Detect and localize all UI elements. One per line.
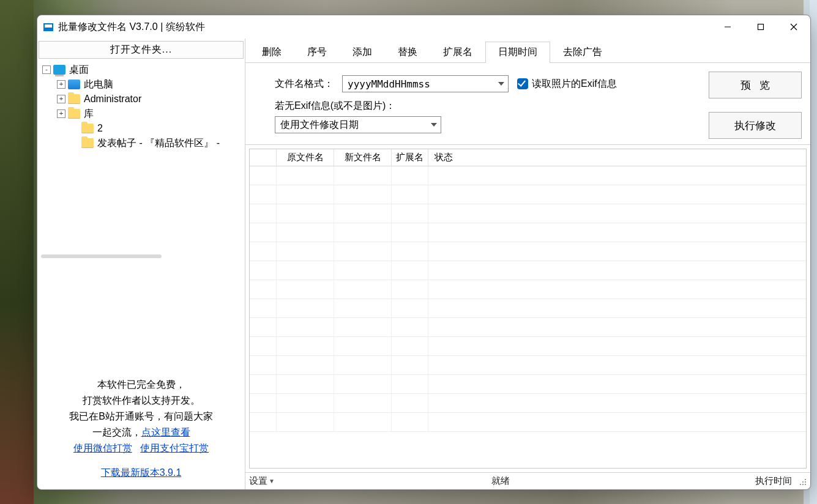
fallback-value: 使用文件修改日期 — [280, 119, 359, 132]
grid-col-original[interactable]: 原文件名 — [277, 149, 334, 166]
link-wechat-tip[interactable]: 使用微信打赏 — [73, 443, 132, 453]
link-alipay-tip[interactable]: 使用支付宝打赏 — [140, 443, 209, 453]
tree-expander[interactable]: + — [57, 109, 65, 118]
app-icon — [43, 23, 53, 31]
tree-expander[interactable]: - — [42, 65, 51, 74]
folder-tree[interactable]: - 桌面 + 此电脑 + Administrator + 库 — [37, 59, 245, 254]
table-row[interactable] — [250, 242, 806, 261]
tree-item-post[interactable]: 发表帖子 - 『精品软件区』 - — [40, 136, 242, 150]
app-window: 批量修改文件名 V3.7.0 | 缤纷软件 打开文件夹... - 桌面 — [37, 15, 811, 490]
table-row[interactable] — [250, 337, 806, 356]
tree-expander[interactable]: + — [57, 80, 65, 89]
promo-line: 本软件已完全免费， — [41, 377, 241, 393]
tree-expander — [70, 124, 79, 133]
chevron-down-icon — [498, 82, 504, 86]
svg-rect-1 — [758, 24, 764, 30]
table-row[interactable] — [250, 394, 806, 413]
execute-button[interactable]: 执行修改 — [709, 112, 802, 139]
tab-replace[interactable]: 替换 — [385, 42, 430, 63]
window-title: 批量修改文件名 V3.7.0 | 缤纷软件 — [58, 21, 711, 34]
link-download-latest[interactable]: 下载最新版本3.9.1 — [101, 467, 182, 478]
table-row[interactable] — [250, 261, 806, 280]
chevron-down-icon — [431, 123, 437, 127]
tree-label: Administrator — [84, 92, 141, 106]
close-button[interactable] — [777, 15, 810, 39]
format-value: yyyyMMddHHmmss — [348, 78, 430, 90]
folder-icon — [68, 94, 80, 104]
tree-expander — [70, 139, 79, 147]
tab-datetime[interactable]: 日期时间 — [485, 42, 550, 63]
checkbox-checked-icon — [517, 78, 528, 89]
chevron-down-icon: ▼ — [269, 478, 275, 484]
table-row[interactable] — [250, 204, 806, 223]
grid-col-status[interactable]: 状态 — [428, 149, 806, 166]
preview-button[interactable]: 预览 — [709, 72, 802, 98]
tree-label: 发表帖子 - 『精品软件区』 - — [97, 136, 220, 150]
statusbar: 设置 ▼ 就绪 执行时间 — [245, 472, 810, 489]
datetime-options: 文件名格式： yyyyMMddHHmmss 读取照片的Exif信息 若无Exif… — [245, 63, 700, 145]
exif-label: 读取照片的Exif信息 — [532, 78, 617, 91]
maximize-button[interactable] — [744, 15, 777, 39]
table-row[interactable] — [250, 185, 806, 204]
tree-item-libraries[interactable]: + 库 — [40, 106, 242, 121]
promo-line: 一起交流，点这里查看 — [41, 424, 241, 440]
format-label: 文件名格式： — [275, 78, 334, 91]
table-row[interactable] — [250, 166, 806, 185]
status-text: 就绪 — [275, 475, 727, 487]
table-row[interactable] — [250, 375, 806, 394]
promo-text: 本软件已完全免费， 打赏软件作者以支持开发。 我已在B站开通账号，有问题大家 一… — [37, 372, 245, 489]
grid-col-index[interactable] — [250, 149, 277, 166]
table-row[interactable] — [250, 223, 806, 242]
table-row[interactable] — [250, 280, 806, 299]
link-bilibili[interactable]: 点这里查看 — [141, 427, 190, 437]
runtime-text: 执行时间 — [727, 475, 794, 487]
tree-expander[interactable]: + — [57, 95, 65, 103]
promo-line: 打赏软件作者以支持开发。 — [41, 393, 241, 409]
tab-remove-ads[interactable]: 去除广告 — [550, 42, 615, 63]
pc-icon — [68, 80, 80, 89]
tree-item-desktop[interactable]: - 桌面 — [40, 62, 242, 77]
open-folder-button[interactable]: 打开文件夹... — [39, 41, 244, 59]
resize-grip[interactable] — [798, 477, 807, 486]
file-grid[interactable]: 原文件名 新文件名 扩展名 状态 — [249, 149, 807, 469]
left-panel: 打开文件夹... - 桌面 + 此电脑 + Administrator — [37, 39, 245, 489]
grid-header: 原文件名 新文件名 扩展名 状态 — [250, 149, 806, 166]
folder-icon — [81, 124, 94, 133]
tree-label: 2 — [97, 121, 103, 136]
folder-icon — [68, 109, 80, 119]
tree-item-administrator[interactable]: + Administrator — [40, 92, 242, 106]
tab-add[interactable]: 添加 — [340, 42, 385, 63]
filename-format-combo[interactable]: yyyyMMddHHmmss — [342, 75, 509, 92]
tree-scrollbar[interactable] — [41, 254, 162, 258]
table-row[interactable] — [250, 299, 806, 318]
grid-body — [250, 166, 806, 468]
minimize-button[interactable] — [711, 15, 744, 39]
fallback-label: 若无Exif信息(或不是图片)： — [275, 100, 395, 113]
table-row[interactable] — [250, 356, 806, 375]
tree-item-this-pc[interactable]: + 此电脑 — [40, 77, 242, 92]
tree-label: 此电脑 — [84, 77, 113, 92]
table-row[interactable] — [250, 413, 806, 432]
grid-col-new[interactable]: 新文件名 — [334, 149, 392, 166]
tab-sequence[interactable]: 序号 — [294, 42, 340, 63]
grid-col-ext[interactable]: 扩展名 — [392, 149, 428, 166]
tree-item-2[interactable]: 2 — [40, 121, 242, 136]
table-row[interactable] — [250, 318, 806, 337]
settings-menu[interactable]: 设置 ▼ — [249, 475, 275, 487]
tab-delete[interactable]: 删除 — [249, 42, 294, 63]
read-exif-checkbox[interactable]: 读取照片的Exif信息 — [517, 78, 617, 91]
folder-icon — [81, 138, 94, 148]
tabs: 删除 序号 添加 替换 扩展名 日期时间 去除广告 — [245, 39, 810, 63]
tree-label: 桌面 — [69, 62, 89, 77]
promo-line: 我已在B站开通账号，有问题大家 — [41, 409, 241, 424]
fallback-combo[interactable]: 使用文件修改日期 — [275, 116, 441, 133]
tab-extension[interactable]: 扩展名 — [430, 42, 485, 63]
promo-links: 使用微信打赏 使用支付宝打赏 — [41, 440, 241, 456]
right-panel: 删除 序号 添加 替换 扩展名 日期时间 去除广告 文件名格式： yyyyMMd… — [245, 39, 810, 489]
tree-label: 库 — [84, 106, 94, 121]
titlebar: 批量修改文件名 V3.7.0 | 缤纷软件 — [37, 15, 810, 39]
desktop-icon — [53, 65, 65, 75]
